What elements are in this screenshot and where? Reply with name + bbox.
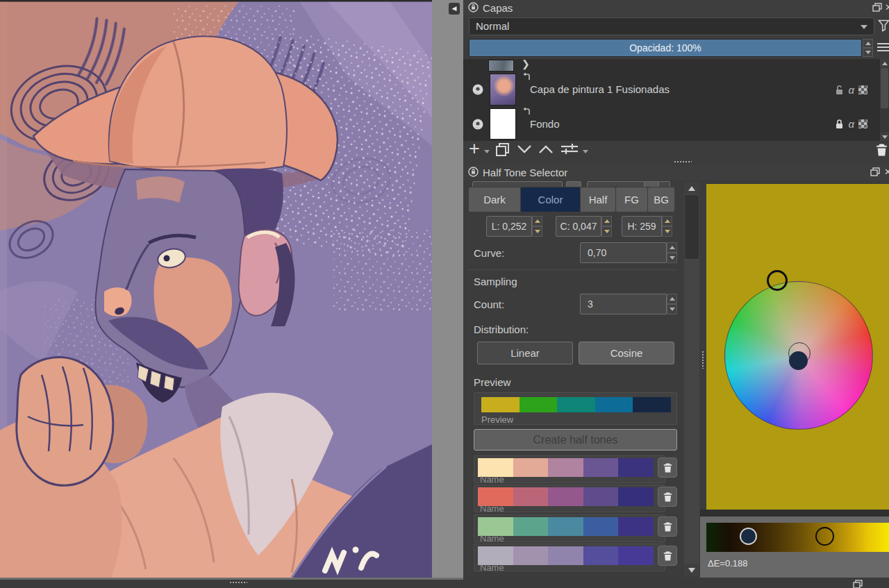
close-docker-icon[interactable]: ✕ [884, 167, 889, 177]
blend-mode-select[interactable]: Normal [469, 17, 874, 35]
palette-swatch [548, 546, 583, 565]
hue-ring-marker[interactable] [767, 270, 788, 291]
layer-toolbar: + [463, 141, 889, 162]
gradient-zone: ΔE=0.188 [700, 516, 889, 578]
docker-lock-icon[interactable] [468, 167, 479, 177]
hue-spin-buttons[interactable] [662, 216, 672, 237]
opacity-spin-buttons[interactable] [863, 39, 873, 57]
color-wheel-area[interactable] [706, 184, 889, 517]
chroma-spinbox[interactable]: C: 0,047 [556, 216, 601, 237]
canvas-viewport[interactable] [0, 0, 432, 578]
visibility-eye-icon[interactable] [472, 118, 484, 131]
lock-icon[interactable] [835, 119, 844, 129]
docker-splitter-handle[interactable] [674, 160, 692, 163]
delete-palette-button[interactable] [658, 457, 677, 478]
opacity-slider[interactable]: Opacidad: 100% [469, 39, 862, 57]
palette-name-input[interactable]: Name [480, 533, 504, 544]
layer-row[interactable]: Capa de pintura 1 Fusionadas α [463, 72, 880, 107]
palette-row: Name [474, 455, 665, 483]
hue-spinbox[interactable]: H: 259 [622, 216, 662, 237]
palette-name-input[interactable]: Name [480, 562, 504, 573]
inherit-alpha-icon[interactable] [858, 119, 867, 128]
close-docker-icon[interactable]: ✕ [885, 2, 889, 12]
unlock-icon[interactable] [835, 85, 844, 95]
alpha-icon[interactable]: α [848, 84, 854, 96]
add-layer-button[interactable]: + [469, 138, 480, 160]
palette-row: Name [474, 485, 665, 512]
palette-swatch-strip [478, 517, 654, 536]
halftone-scrollbar[interactable] [684, 182, 699, 576]
curve-spin-buttons[interactable] [667, 242, 677, 263]
duplicate-layer-button[interactable] [495, 142, 510, 157]
tab-fg[interactable]: FG [616, 187, 647, 212]
halftone-docker-titlebar[interactable]: Half Tone Selector ✕ [463, 165, 889, 180]
create-half-tones-button[interactable]: Create half tones [474, 429, 677, 451]
chroma-spin-buttons[interactable] [601, 216, 612, 237]
layer-name: Fondo [530, 118, 560, 130]
gradient-marker-ring[interactable] [815, 527, 834, 546]
preview-heading: Preview [474, 376, 510, 388]
docker-lock-icon[interactable] [468, 2, 479, 12]
color-position-marker[interactable] [789, 351, 808, 370]
palette-name-input[interactable]: Name [480, 503, 504, 514]
splitter-handle[interactable] [229, 581, 247, 584]
preview-swatch [557, 397, 595, 412]
properties-caret-icon[interactable] [583, 150, 588, 153]
collapse-left-button[interactable]: ◀ [449, 3, 460, 15]
palette-name-input[interactable]: Name [480, 474, 504, 485]
count-label: Count: [474, 299, 504, 310]
bottom-splitter-bar[interactable] [0, 578, 889, 588]
preview-swatch [520, 397, 558, 412]
add-layer-caret-icon[interactable] [484, 150, 490, 153]
linear-button[interactable]: Linear [477, 342, 573, 364]
move-layer-down-button[interactable] [517, 144, 532, 154]
layer-properties-button[interactable] [561, 144, 578, 155]
move-layer-up-button[interactable] [538, 144, 554, 154]
tab-color[interactable]: Color [521, 187, 580, 212]
lightness-spinbox[interactable]: L: 0,252 [486, 216, 532, 237]
tab-dark[interactable]: Dark [469, 187, 520, 212]
gradient-marker-filled[interactable] [740, 528, 757, 545]
curve-spinbox[interactable]: 0,70 [580, 242, 667, 263]
palette-swatch [618, 517, 654, 536]
alpha-icon[interactable]: α [848, 118, 854, 130]
count-spinbox[interactable]: 3 [580, 294, 667, 314]
lightness-spin-buttons[interactable] [532, 216, 542, 237]
gradient-bar[interactable] [706, 523, 889, 552]
delete-palette-button[interactable] [658, 546, 677, 566]
tab-bg[interactable]: BG [648, 187, 674, 212]
curve-label: Curve: [474, 247, 504, 259]
palette-swatch [513, 517, 549, 536]
delete-palette-button[interactable] [658, 487, 677, 507]
layer-list-scrollbar[interactable] [880, 59, 889, 141]
layer-row-partial[interactable]: ❯ [463, 59, 880, 72]
float-docker-icon[interactable] [870, 167, 880, 176]
float-docker-icon[interactable] [872, 3, 882, 12]
application-window: ◀ Capas ✕ Normal Opacidad: 100% [0, 0, 889, 588]
count-spin-buttons[interactable] [667, 294, 677, 314]
distribution-label: Distribution: [474, 324, 529, 335]
cosine-button[interactable]: Cosine [579, 342, 674, 364]
opacity-label: Opacidad: 100% [629, 42, 701, 53]
inherit-alpha-icon[interactable] [858, 85, 867, 94]
palette-swatch [583, 546, 619, 565]
delete-palette-button[interactable] [658, 516, 677, 537]
visibility-eye-icon[interactable] [472, 83, 484, 96]
palette-swatch [548, 458, 583, 477]
clipped-scrolled-widgets [469, 181, 677, 187]
filter-icon[interactable] [878, 19, 889, 32]
menu-icon[interactable] [877, 42, 889, 52]
halftone-docker-title: Half Tone Selector [483, 167, 567, 178]
palette-swatch-strip [478, 458, 654, 477]
preview-caption: Preview [481, 414, 513, 425]
layer-thumbnail[interactable] [490, 108, 516, 140]
preview-swatch [595, 397, 633, 412]
delete-layer-button[interactable] [876, 143, 888, 156]
tab-half[interactable]: Half [581, 187, 615, 212]
expander-icon[interactable]: ❯ [522, 59, 530, 69]
layer-row[interactable]: Fondo α [463, 107, 880, 141]
layer-thumbnail[interactable] [488, 60, 514, 72]
layer-thumbnail[interactable] [490, 74, 516, 106]
float-docker-icon-partial[interactable] [853, 580, 863, 588]
layers-docker-titlebar[interactable]: Capas ✕ [463, 0, 889, 15]
